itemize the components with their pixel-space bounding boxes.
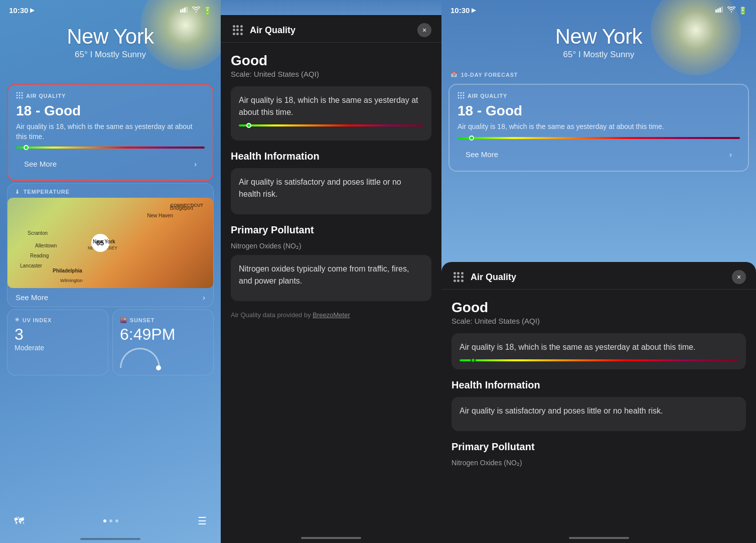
aq-description: Air quality is 18, which is the same as … xyxy=(16,122,205,142)
air-quality-card[interactable]: AIR QUALITY 18 - Good Air quality is 18,… xyxy=(7,84,214,181)
city-header: New York 65° I Mostly Sunny xyxy=(0,15,221,67)
dots-icon-small xyxy=(16,92,23,100)
location-icon: ▶ xyxy=(30,7,34,14)
uv-index-card: ☀ UV INDEX 3 Moderate xyxy=(7,309,108,375)
close-icon: × xyxy=(422,26,426,34)
pollutant-heading-3: Primary Pollutant xyxy=(451,441,746,453)
air-quality-card-3[interactable]: AIR QUALITY 18 - Good Air quality is 18,… xyxy=(448,84,749,172)
svg-point-20 xyxy=(458,95,460,96)
dots-grid-icon xyxy=(231,23,245,37)
sunset-time: 6:49PM xyxy=(120,325,206,344)
signal-icon-3 xyxy=(715,7,724,14)
health-card: Air quality is satisfactory and poses li… xyxy=(231,168,431,214)
signal-icon xyxy=(180,7,189,14)
svg-point-25 xyxy=(463,97,465,99)
chevron-right-icon: › xyxy=(194,160,197,168)
pollutant-name-3: Nitrogen Oxides (NO₂) xyxy=(451,459,746,467)
chevron-right-icon-2: › xyxy=(203,293,205,302)
close-icon-3: × xyxy=(737,273,741,281)
reading-label: Reading xyxy=(30,253,49,258)
new-haven-label: New Haven xyxy=(147,213,173,218)
wifi-icon-3 xyxy=(727,7,735,14)
top-peek xyxy=(221,0,441,15)
sheet-header: Air Quality × xyxy=(221,15,441,43)
home-indicator-3 xyxy=(569,537,629,539)
scranton-label: Scranton xyxy=(28,230,48,236)
temperature-see-more[interactable]: See More › xyxy=(8,288,213,307)
battery-icon-3: 🔋 xyxy=(738,7,747,15)
aqi-bar-detail xyxy=(239,124,423,126)
battery-icon: 🔋 xyxy=(203,7,212,15)
time-display: 10:30 xyxy=(9,6,28,15)
see-more-3[interactable]: See More › xyxy=(458,145,740,164)
temperature: 65° xyxy=(75,50,88,59)
svg-point-8 xyxy=(19,95,21,96)
wifi-icon xyxy=(192,7,200,14)
lancaster-label: Lancaster xyxy=(20,263,42,268)
svg-point-23 xyxy=(458,97,460,99)
status-time-3: 10:30 ▶ xyxy=(450,6,476,15)
aqi-bar xyxy=(16,147,205,149)
svg-rect-3 xyxy=(186,7,188,13)
nav-dot-1 xyxy=(103,519,106,522)
pollutant-name: Nitrogen Oxides (NO₂) xyxy=(231,242,431,250)
svg-point-12 xyxy=(22,97,23,99)
aqi-dot-detail xyxy=(246,123,251,128)
main-aqi-card: Air quality is 18, which is the same as … xyxy=(231,86,431,141)
sunset-icon: 🌇 xyxy=(120,317,127,323)
status-bar: 10:30 ▶ 🔋 xyxy=(0,0,221,15)
health-heading-3: Health Information xyxy=(451,379,746,391)
sunset-label: 🌇 SUNSET xyxy=(120,317,206,323)
pollutant-heading: Primary Pollutant xyxy=(231,224,431,236)
svg-point-21 xyxy=(461,95,462,96)
quality-scale-3: Scale: United States (AQI) xyxy=(451,317,746,325)
location-icon-3: ▶ xyxy=(472,7,476,14)
calendar-icon-3: 📅 xyxy=(450,71,458,78)
wilmington-label: Wilmington xyxy=(60,278,83,283)
main-aqi-card-3: Air quality is 18, which is the same as … xyxy=(451,333,746,369)
panel-weather: 10:30 ▶ 🔋 New York 65° xyxy=(0,0,221,543)
panel-combined: 10:30 ▶ 🔋 xyxy=(441,0,756,543)
svg-point-5 xyxy=(19,92,21,94)
nav-dot-3 xyxy=(115,519,118,522)
close-button-3[interactable]: × xyxy=(732,270,746,284)
svg-point-18 xyxy=(461,92,462,94)
status-time: 10:30 ▶ xyxy=(9,6,34,15)
dots-icon-sheet-3 xyxy=(451,270,466,284)
bridgeport-label: Bridgeport xyxy=(170,205,193,211)
sunset-card: 🌇 SUNSET 6:49PM xyxy=(112,309,214,375)
uv-subvalue: Moderate xyxy=(15,344,101,352)
sunset-arc xyxy=(120,348,160,368)
map-icon[interactable]: 🗺 xyxy=(14,515,24,527)
sun-icon: ☀ xyxy=(15,317,20,323)
see-more-button[interactable]: See More › xyxy=(16,155,205,173)
status-icons: 🔋 xyxy=(180,7,212,15)
svg-rect-15 xyxy=(719,8,721,13)
svg-rect-0 xyxy=(180,10,182,13)
svg-rect-1 xyxy=(182,9,184,13)
home-indicator xyxy=(80,538,140,540)
condition: Mostly Sunny xyxy=(95,50,146,59)
sheet-title-3: Air Quality xyxy=(471,272,516,283)
nav-dot-2 xyxy=(109,519,112,522)
svg-point-7 xyxy=(17,95,18,96)
aqi-description-text: Air quality is 18, which is the same as … xyxy=(239,94,423,118)
allentown-label: Allentown xyxy=(35,243,57,248)
air-quality-sheet-3: Air Quality × Good Scale: United States … xyxy=(441,262,756,543)
forecast-label-3: 📅 10-DAY FORECAST xyxy=(441,67,756,82)
list-icon[interactable]: ☰ xyxy=(198,515,207,527)
sheet-title: Air Quality xyxy=(250,25,295,36)
svg-point-24 xyxy=(461,97,462,99)
sunset-dot xyxy=(156,365,161,370)
aq-value-3: 18 - Good xyxy=(458,103,740,119)
city-name-3: New York xyxy=(451,25,746,49)
svg-point-22 xyxy=(463,95,465,96)
aqi-dot-3 xyxy=(469,135,474,141)
close-button[interactable]: × xyxy=(417,23,431,37)
aqi-bar-3 xyxy=(458,137,740,139)
svg-rect-13 xyxy=(715,10,717,13)
home-indicator-dark xyxy=(301,537,361,539)
svg-point-6 xyxy=(22,92,23,94)
attribution-link[interactable]: BreezoMeter xyxy=(313,311,350,319)
health-heading: Health Information xyxy=(231,151,431,162)
